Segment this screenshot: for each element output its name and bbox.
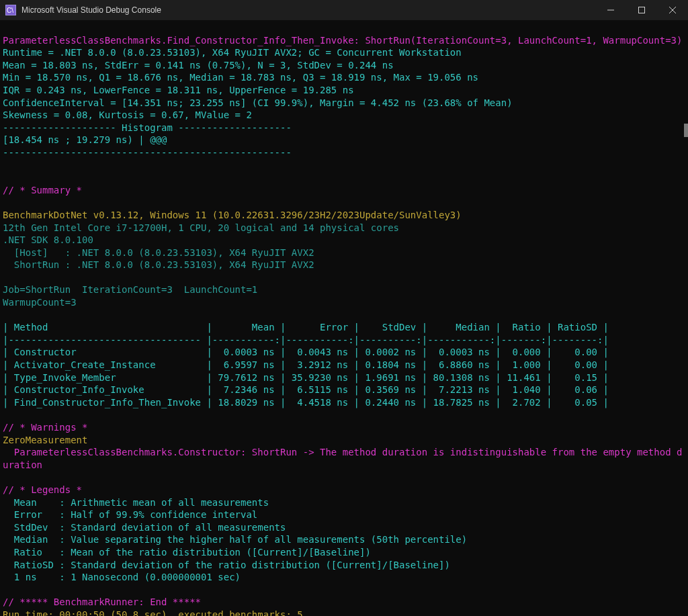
job-line-1: Job=ShortRun IterationCount=3 LaunchCoun… — [3, 284, 257, 295]
table-row: | Constructor | 0.0003 ns | 0.0043 ns | … — [3, 347, 609, 357]
stat-quartiles: Min = 18.570 ns, Q1 = 18.676 ns, Median … — [3, 72, 478, 83]
legend-error: Error : Half of 99.9% confidence interva… — [3, 509, 257, 520]
stat-skew: Skewness = 0.08, Kurtosis = 0.67, MValue… — [3, 109, 252, 120]
console-output[interactable]: ParameterlessClassBenchmarks.Find_Constr… — [0, 20, 688, 616]
legend-ratiosd: RatioSD : Standard deviation of the rati… — [3, 560, 450, 570]
maximize-button[interactable] — [626, 0, 657, 20]
run-time: Run time: 00:00:50 (50.8 sec), executed … — [3, 609, 303, 616]
table-separator: |---------------------------------- |---… — [3, 335, 609, 345]
legend-median: Median : Value separating the higher hal… — [3, 534, 467, 545]
benchmark-header: ParameterlessClassBenchmarks.Find_Constr… — [3, 35, 682, 46]
minimize-button[interactable] — [595, 0, 626, 20]
legend-ratio: Ratio : Mean of the ratio distribution (… — [3, 547, 371, 558]
stat-mean: Mean = 18.803 ns, StdErr = 0.141 ns (0.7… — [3, 60, 394, 71]
legend-stddev: StdDev : Standard deviation of all measu… — [3, 522, 286, 533]
stat-ci: ConfidenceInterval = [14.351 ns; 23.255 … — [3, 97, 513, 108]
env-line-4: [Host] : .NET 8.0.0 (8.0.23.53103), X64 … — [3, 247, 314, 258]
table-row: | Type_Invoke_Member | 79.7612 ns | 35.9… — [3, 372, 609, 383]
env-line-2: 12th Gen Intel Core i7-12700H, 1 CPU, 20… — [3, 222, 399, 233]
legend-ns: 1 ns : 1 Nanosecond (0.000000001 sec) — [3, 572, 241, 582]
svg-rect-1 — [639, 7, 645, 13]
scrollbar-thumb[interactable] — [684, 124, 688, 137]
histogram-row: [18.454 ns ; 19.279 ns) | @@@ — [3, 134, 167, 145]
app-icon — [5, 5, 16, 15]
warning-message-cont: uration — [3, 459, 42, 470]
close-button[interactable] — [657, 0, 688, 20]
table-row: | Activator_Create_Instance | 6.9597 ns … — [3, 359, 609, 370]
stat-runtime: Runtime = .NET 8.0.0 (8.0.23.53103), X64… — [3, 47, 462, 58]
window-titlebar: Microsoft Visual Studio Debug Console — [0, 0, 688, 20]
env-line-5: ShortRun : .NET 8.0.0 (8.0.23.53103), X6… — [3, 259, 314, 270]
warnings-category: ZeroMeasurement — [3, 435, 87, 445]
stat-iqr: IQR = 0.243 ns, LowerFence = 18.311 ns, … — [3, 85, 354, 95]
job-line-2: WarmupCount=3 — [3, 297, 77, 308]
histogram-header: -------------------- Histogram ---------… — [3, 122, 292, 133]
window-title: Microsoft Visual Studio Debug Console — [22, 4, 161, 17]
summary-header: // * Summary * — [3, 185, 82, 195]
table-head: | Method | Mean | Error | StdDev | Media… — [3, 322, 609, 333]
runner-end: // ***** BenchmarkRunner: End ***** — [3, 597, 201, 607]
table-row: | Find_Constructor_Info_Then_Invoke | 18… — [3, 397, 609, 408]
table-row: | Constructor_Info_Invoke | 7.2346 ns | … — [3, 384, 609, 395]
warning-message: ParameterlessClassBenchmarks.Constructor… — [3, 447, 682, 457]
warnings-header: // * Warnings * — [3, 422, 87, 433]
histogram-footer: ----------------------------------------… — [3, 147, 292, 158]
legend-mean: Mean : Arithmetic mean of all measuremen… — [3, 497, 269, 508]
env-line-3: .NET SDK 8.0.100 — [3, 234, 93, 245]
legends-header: // * Legends * — [3, 484, 82, 495]
env-line-1: BenchmarkDotNet v0.13.12, Windows 11 (10… — [3, 210, 462, 220]
